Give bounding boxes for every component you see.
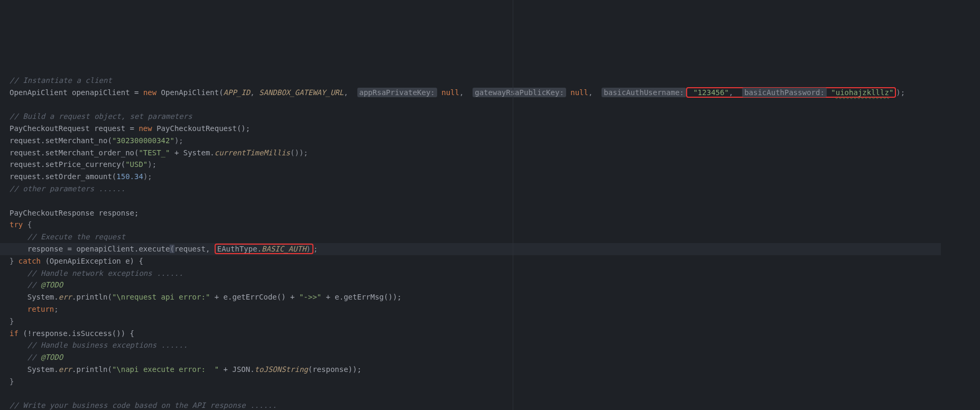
field-err: err [59,293,72,301]
null-literal: null [566,88,588,97]
const-basic-auth: BASIC_AUTH [262,245,306,253]
const-gateway-url: SANDBOX_GATEWAY_URL [259,88,344,97]
punct: , [459,88,468,97]
punct: ); [143,172,152,181]
code-comment: // Execute the request [10,232,125,241]
punct: , [588,88,597,97]
punct: ; [313,245,318,253]
punct: , [729,88,738,97]
code-text: OpenApiClient [10,88,68,97]
keyword-new: new [138,124,152,133]
code-editor[interactable]: // Instantiate a client OpenApiClient op… [10,74,970,410]
punct: ); [147,160,156,169]
string-test-prefix: "TEST_" [138,148,170,157]
code-text: OpenApiClient( [156,88,223,97]
punct: } [10,317,14,325]
code-text: .println( [72,293,112,301]
punct: , [250,88,259,97]
method-to-json-string: toJSONString [255,365,308,374]
code-comment: // Instantiate a client [10,76,112,85]
code-text: request.setMerchant_no( [10,136,112,145]
code-comment: // [10,281,41,289]
keyword-return: return [10,305,54,313]
editor-right-margin-line [513,0,513,410]
field-err: err [59,365,72,374]
punct: } [10,257,19,265]
highlight-box-auth-type: EAuthType.BASIC_AUTH) [215,244,313,254]
code-comment: // Handle business exceptions ...... [10,341,188,349]
punct: ()); [290,148,308,157]
punct: ( [170,245,174,253]
string-password-value: uiohajzklllz [836,88,889,97]
string-literal: "\nrequest api error:" [112,293,210,301]
keyword-new: new [143,88,156,97]
code-text: openapiClient = [68,88,143,97]
code-text: request.setPrice_currency( [10,160,125,169]
current-line-highlight: response = openapiClient.execute(request… [0,243,941,255]
param-hint-basic-auth-username: basicAuthUsername: [602,88,686,97]
string-merchant-no: "302300000342" [112,136,174,145]
code-text: (OpenApiException e) { [41,257,143,265]
code-text: response = openapiClient.execute [10,245,170,253]
code-text: request.setOrder_amount( [10,172,116,181]
code-text: System. [10,365,59,374]
string-quote: " [889,88,893,97]
string-usd: "USD" [125,160,147,169]
code-text: + System. [170,148,214,157]
punct: , [344,88,353,97]
highlight-box-username: "123456", basicAuthPassword: "uiohajzkll… [686,87,896,98]
string-literal: "\napi execute error: " [112,365,219,374]
code-text: System. [10,293,59,301]
code-comment: // other parameters ...... [10,184,125,193]
caret-column: ( [170,245,174,253]
code-text: + e.getErrMsg()); [321,293,402,301]
number-amount: 150.34 [116,172,143,181]
null-literal: null [437,88,459,97]
punct: ) [306,245,310,253]
code-text: PayCheckoutRequest request = [10,124,138,133]
keyword-catch: catch [19,257,41,265]
code-text: PayCheckoutRequest(); [152,124,250,133]
punct: ); [896,88,905,97]
punct: ); [174,136,183,145]
code-text: (!response.isSuccess()) { [19,329,134,338]
code-text: EAuthType. [217,245,262,253]
param-hint-app-rsa-private-key: appRsaPrivateKey: [357,88,437,97]
code-comment: // Build a request object, set parameter… [10,112,192,120]
string-literal: "->>" [299,293,321,301]
string-quote: " [827,88,836,97]
code-text: + JSON. [219,365,254,374]
todo-tag: @TODO [41,353,63,361]
method-current-time-millis: currentTimeMillis [215,148,290,157]
code-text: PayCheckoutResponse response; [10,209,138,217]
keyword-if: if [10,329,19,338]
code-text: .println( [72,365,112,374]
param-hint-gateway-rsa-public-key: gatewayRsaPublicKey: [473,88,566,97]
punct: ; [54,305,58,313]
code-text: request.setMerchant_order_no( [10,148,138,157]
keyword-try: try [10,220,23,229]
param-hint-basic-auth-password: basicAuthPassword: [742,88,827,97]
code-comment: // Handle network exceptions ...... [10,269,183,277]
code-comment: // Write your business code based on the… [10,401,277,409]
code-text: request, [174,245,215,253]
punct: } [10,377,14,386]
code-text: + e.getErrCode() + [210,293,299,301]
punct: { [23,220,32,229]
code-text: (response)); [308,365,362,374]
string-username: "123456" [689,88,729,97]
todo-tag: @TODO [41,281,63,289]
const-app-id: APP_ID [224,88,251,97]
code-comment: // [10,353,41,361]
